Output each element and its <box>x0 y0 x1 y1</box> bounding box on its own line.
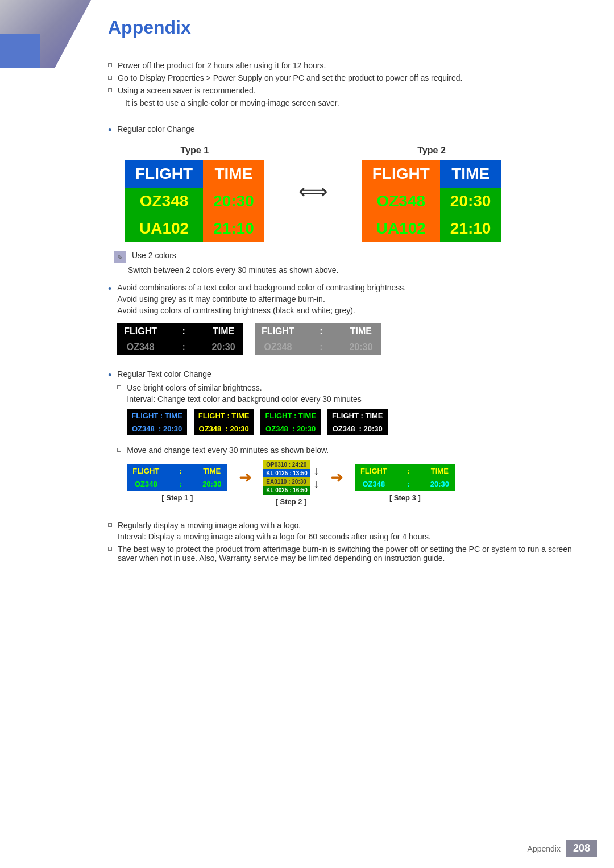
variant-table-4: FLIGHT : TIME OZ348 : 20:30 <box>327 409 388 435</box>
table-cell: EA0110 : 20:30 <box>263 477 310 486</box>
table-cell: OZ348 <box>127 477 165 491</box>
list-item: Move and change text every 30 minutes as… <box>117 446 455 512</box>
footer-text: Appendix <box>528 844 561 853</box>
table-cell: : <box>164 323 204 339</box>
type1-table: FLIGHT TIME OZ348 20:30 UA102 21:10 <box>125 160 264 242</box>
list-item: Regularly display a moving image along w… <box>108 521 586 541</box>
note-icon: ✎ <box>114 251 126 263</box>
table-cell: UA102 <box>362 215 440 242</box>
table-cell: FLIGHT <box>125 160 203 188</box>
table-cell: FLIGHT : TIME <box>127 409 187 422</box>
down-arrows-icon: ↓ ↓ <box>313 464 319 491</box>
bullet-text: Using a screen saver is recommended. <box>118 86 256 95</box>
list-item: Power off the product for 2 hours after … <box>108 61 586 70</box>
indent-text: It is best to use a single-color or movi… <box>125 98 586 107</box>
footer-number: 208 <box>566 840 597 857</box>
table-cell: FLIGHT : TIME <box>194 409 254 422</box>
table-cell: : <box>164 339 204 355</box>
table-cell: OZ348 <box>125 188 203 215</box>
table-cell: TIME <box>424 464 455 477</box>
list-item: Use bright colors of similar brightness.… <box>117 383 455 441</box>
indent-text: Interval: Display a moving image along w… <box>118 532 431 541</box>
table-cell: 21:10 <box>203 215 264 242</box>
bullet-square-icon <box>108 523 112 527</box>
note-sub-text: Switch between 2 colors every 30 minutes… <box>128 265 586 275</box>
type1-block: Type 1 FLIGHT TIME OZ348 20:30 UA102 21:… <box>125 146 264 242</box>
table-cell: 21:10 <box>440 215 501 242</box>
sidebar-accent <box>0 0 91 68</box>
color-variant-row: FLIGHT : TIME OZ348 : 20:30 FLIGHT : TIM… <box>127 409 387 435</box>
table-cell: TIME <box>203 160 264 188</box>
bullet-text: Power off the product for 2 hours after … <box>118 61 326 70</box>
bullet-text: Regularly display a moving image along w… <box>118 521 431 530</box>
footer-row: Appendix 208 <box>528 840 597 857</box>
table-cell: OZ348 <box>117 339 164 355</box>
bullet-text: Use bright colors of similar brightness. <box>127 383 387 392</box>
table-cell: FLIGHT <box>362 160 440 188</box>
step3-block: FLIGHT : TIME OZ348 : 20:30 <box>355 464 455 502</box>
table-cell: OZ348 <box>362 188 440 215</box>
table-cell: KL 0025 : 16:50 <box>263 486 310 495</box>
step2-block: OP0310 : 24:20 KL 0125 : 13:50 EA0110 : … <box>263 460 319 506</box>
list-item: Using a screen saver is recommended. <box>108 86 586 95</box>
bullet-text: Regular color Change <box>117 124 194 134</box>
type1-label: Type 1 <box>181 146 209 156</box>
bullet-dot-icon: • <box>108 283 111 296</box>
variant-table-1: FLIGHT : TIME OZ348 : 20:30 <box>127 409 187 435</box>
table-cell: KL 0125 : 13:50 <box>263 469 310 477</box>
table-cell: : <box>393 464 424 477</box>
left-sidebar <box>0 0 91 868</box>
table-cell: : <box>393 477 424 491</box>
table-cell: : <box>301 339 341 355</box>
swap-arrow-icon: ⟺ <box>298 180 328 203</box>
table-cell: 20:30 <box>203 188 264 215</box>
sidebar-blue-block <box>0 34 40 68</box>
table-cell: OZ348 : 20:30 <box>127 422 187 435</box>
bullet-text: Avoid using grey as it may contribute to… <box>117 294 406 304</box>
step2-table: OP0310 : 24:20 KL 0125 : 13:50 EA0110 : … <box>263 460 310 495</box>
table-cell: OZ348 <box>355 477 393 491</box>
table-cell: FLIGHT <box>117 323 164 339</box>
table-cell: 20:30 <box>424 477 455 491</box>
table-cell: OZ348 : 20:30 <box>194 422 254 435</box>
list-item: The best way to protect the product from… <box>108 545 586 563</box>
table-cell: : <box>301 323 341 339</box>
page-title: Appendix <box>108 17 586 38</box>
step1-label: [ Step 1 ] <box>161 493 193 502</box>
list-item: • Regular Text color Change Use bright c… <box>108 369 586 515</box>
bullet-square-icon <box>108 63 112 67</box>
table-cell: FLIGHT <box>127 464 165 477</box>
table-cell: FLIGHT <box>255 323 301 339</box>
step-arrow-icon: ➜ <box>330 468 343 487</box>
step1-block: FLIGHT : TIME OZ348 : 20:30 <box>127 464 227 502</box>
bullet-text: Go to Display Properties > Power Supply … <box>118 73 462 82</box>
type2-block: Type 2 FLIGHT TIME OZ348 20:30 UA102 21:… <box>362 146 501 242</box>
note-text: Use 2 colors <box>132 251 176 260</box>
table-cell: OZ348 : 20:30 <box>260 422 321 435</box>
bullet-square-icon <box>108 547 112 551</box>
indent-text: Interval: Change text color and backgrou… <box>127 394 387 404</box>
table-cell: UA102 <box>125 215 203 242</box>
contrast-tables-row: FLIGHT : TIME OZ348 : 20:30 FLIGHT <box>117 323 406 355</box>
table-cell: : <box>165 464 196 477</box>
contrast-table-1: FLIGHT : TIME OZ348 : 20:30 <box>117 323 243 355</box>
step3-table: FLIGHT : TIME OZ348 : 20:30 <box>355 464 455 491</box>
table-cell: 20:30 <box>196 477 227 491</box>
variant-table-3: FLIGHT : TIME OZ348 : 20:30 <box>260 409 321 435</box>
bullet-square-icon <box>117 385 121 389</box>
table-cell: TIME <box>341 323 381 339</box>
list-item: • Regular color Change <box>108 124 586 137</box>
step-arrow-icon: ➜ <box>239 468 252 487</box>
bullet-square-icon <box>108 76 112 80</box>
list-item: • Avoid combinations of a text color and… <box>108 283 586 364</box>
table-cell: FLIGHT : TIME <box>327 409 388 422</box>
table-cell: 20:30 <box>440 188 501 215</box>
type2-table: FLIGHT TIME OZ348 20:30 UA102 21:10 <box>362 160 501 242</box>
table-cell: TIME <box>204 323 243 339</box>
table-cell: OZ348 <box>255 339 301 355</box>
table-cell: TIME <box>196 464 227 477</box>
step-row: FLIGHT : TIME OZ348 : 20:30 <box>127 460 455 506</box>
step3-label: [ Step 3 ] <box>389 493 421 502</box>
table-cell: 20:30 <box>204 339 243 355</box>
contrast-table-2: FLIGHT : TIME OZ348 : 20:30 <box>255 323 381 355</box>
